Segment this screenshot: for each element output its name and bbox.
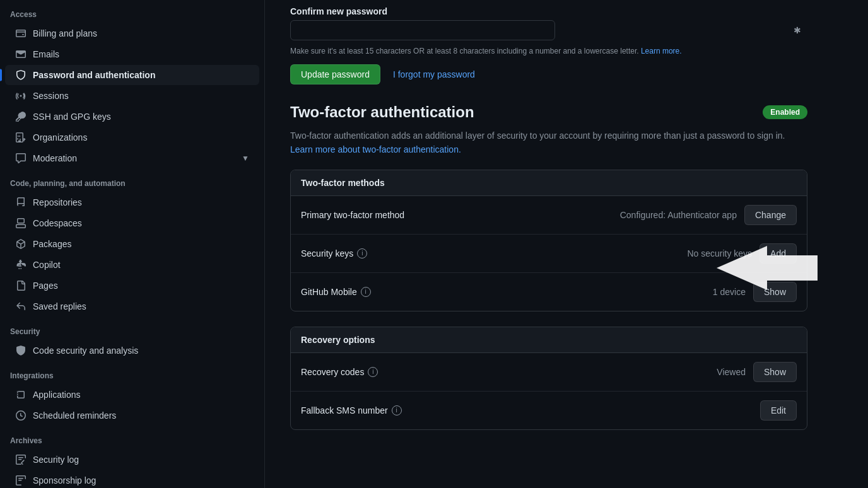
integrations-section-label: Integrations	[0, 361, 264, 384]
archives-section-label: Archives	[0, 426, 264, 449]
pages-label: Pages	[33, 281, 249, 291]
shield-icon	[15, 69, 26, 81]
update-password-button[interactable]: Update password	[290, 64, 380, 84]
copilot-icon	[15, 259, 26, 270]
twofa-title: Two-factor authentication	[290, 103, 474, 121]
sidebar-item-codespaces[interactable]: Codespaces	[5, 213, 259, 233]
access-section-label: Access	[0, 0, 264, 23]
broadcast-icon	[15, 90, 26, 102]
sidebar-item-repositories[interactable]: Repositories	[5, 192, 259, 212]
security-log-label: Security log	[33, 455, 249, 465]
scheduled-reminders-label: Scheduled reminders	[33, 410, 249, 421]
recovery-codes-label: Recovery codes i	[301, 367, 717, 377]
recovery-codes-row: Recovery codes i Viewed Show	[291, 353, 807, 392]
sidebar-item-applications[interactable]: Applications	[5, 385, 259, 405]
primary-method-right: Configured: Authenticator app Change	[620, 205, 797, 225]
twofa-badge: Enabled	[763, 105, 807, 119]
mail-icon	[15, 49, 26, 60]
twofa-learn-more-link[interactable]: Learn more about two-factor authenticati…	[290, 144, 461, 154]
password-hint: Make sure it's at least 15 characters OR…	[290, 45, 807, 57]
security-keys-add-button[interactable]: Add	[760, 243, 797, 264]
recovery-options-header: Recovery options	[291, 327, 807, 353]
sidebar-item-sponsorship-log[interactable]: Sponsorship log	[5, 470, 259, 488]
github-mobile-show-button[interactable]: Show	[753, 282, 797, 302]
moderation-icon	[15, 153, 26, 164]
recovery-codes-status: Viewed	[717, 367, 746, 377]
security-keys-row: Security keys i No security keys Add	[291, 235, 807, 273]
password-label: Password and authentication	[33, 70, 249, 80]
sidebar-item-organizations[interactable]: Organizations	[5, 127, 259, 148]
recovery-codes-info-icon[interactable]: i	[368, 367, 378, 377]
recovery-codes-show-button[interactable]: Show	[753, 362, 797, 382]
sidebar-item-moderation[interactable]: Moderation ▼	[5, 148, 259, 168]
twofa-methods-card: Two-factor methods Primary two-factor me…	[290, 170, 807, 311]
primary-method-status: Configured: Authenticator app	[620, 210, 737, 220]
password-action-row: Update password I forgot my password	[290, 64, 807, 84]
github-mobile-info-icon[interactable]: i	[361, 287, 371, 297]
forgot-password-link[interactable]: I forgot my password	[388, 66, 480, 83]
apps-icon	[15, 389, 26, 400]
billing-label: Billing and plans	[33, 28, 249, 38]
sponsorship-log-icon	[15, 475, 26, 486]
twofa-section-header: Two-factor authentication Enabled	[290, 103, 807, 121]
fallback-sms-row: Fallback SMS number i Edit	[291, 392, 807, 429]
key-icon	[15, 111, 26, 122]
codespaces-label: Codespaces	[33, 218, 249, 228]
sidebar: Access Billing and plans Emails Password…	[0, 0, 265, 488]
main-content: Confirm new password ✱ Make sure it's at…	[265, 0, 833, 488]
pages-icon	[15, 280, 26, 291]
repositories-label: Repositories	[33, 197, 249, 207]
sidebar-item-pages[interactable]: Pages	[5, 276, 259, 296]
fallback-sms-edit-button[interactable]: Edit	[760, 400, 797, 421]
primary-method-label: Primary two-factor method	[301, 210, 620, 220]
github-mobile-row: GitHub Mobile i 1 device Show	[291, 273, 807, 311]
sidebar-item-saved-replies[interactable]: Saved replies	[5, 296, 259, 317]
sidebar-item-scheduled-reminders[interactable]: Scheduled reminders	[5, 405, 259, 426]
fallback-sms-right: Edit	[760, 400, 797, 421]
primary-method-change-button[interactable]: Change	[744, 205, 797, 225]
copilot-label: Copilot	[33, 260, 249, 270]
emails-label: Emails	[33, 49, 249, 59]
sidebar-item-ssh[interactable]: SSH and GPG keys	[5, 107, 259, 127]
sponsorship-log-label: Sponsorship log	[33, 475, 249, 485]
eye-icon[interactable]: ✱	[794, 25, 801, 35]
sidebar-item-copilot[interactable]: Copilot	[5, 255, 259, 275]
security-section-label: Security	[0, 317, 264, 340]
fallback-sms-info-icon[interactable]: i	[392, 405, 402, 415]
saved-replies-label: Saved replies	[33, 301, 249, 311]
security-keys-label: Security keys i	[301, 248, 687, 259]
organization-icon	[15, 132, 26, 143]
recovery-options-card: Recovery options Recovery codes i Viewed…	[290, 327, 807, 430]
learn-more-link[interactable]: Learn more.	[641, 47, 682, 55]
security-log-icon	[15, 454, 26, 465]
applications-label: Applications	[33, 390, 249, 400]
packages-label: Packages	[33, 239, 249, 249]
sidebar-item-sessions[interactable]: Sessions	[5, 86, 259, 106]
sidebar-item-billing[interactable]: Billing and plans	[5, 23, 259, 44]
recovery-codes-right: Viewed Show	[717, 362, 797, 382]
security-keys-right: No security keys Add	[687, 243, 797, 264]
security-keys-status: No security keys	[687, 248, 752, 259]
confirm-password-input[interactable]	[290, 20, 555, 40]
code-section-label: Code, planning, and automation	[0, 169, 264, 192]
ssh-label: SSH and GPG keys	[33, 112, 249, 122]
sidebar-item-packages[interactable]: Packages	[5, 234, 259, 254]
credit-card-icon	[15, 28, 26, 39]
confirm-password-section: Confirm new password ✱ Make sure it's at…	[290, 0, 807, 97]
reply-icon	[15, 301, 26, 312]
github-mobile-right: 1 device Show	[713, 282, 797, 302]
chevron-down-icon: ▼	[242, 154, 249, 163]
sidebar-item-code-security[interactable]: Code security and analysis	[5, 340, 259, 361]
sidebar-item-security-log[interactable]: Security log	[5, 450, 259, 470]
codespaces-icon	[15, 218, 26, 229]
two-factor-methods-header: Two-factor methods	[291, 170, 807, 196]
sidebar-item-emails[interactable]: Emails	[5, 44, 259, 64]
clock-icon	[15, 410, 26, 421]
twofa-description: Two-factor authentication adds an additi…	[290, 129, 807, 157]
github-mobile-label: GitHub Mobile i	[301, 287, 713, 297]
sidebar-item-password[interactable]: Password and authentication	[5, 65, 259, 85]
security-keys-info-icon[interactable]: i	[357, 248, 367, 259]
repo-icon	[15, 197, 26, 208]
fallback-sms-label: Fallback SMS number i	[301, 405, 760, 415]
primary-method-row: Primary two-factor method Configured: Au…	[291, 196, 807, 235]
